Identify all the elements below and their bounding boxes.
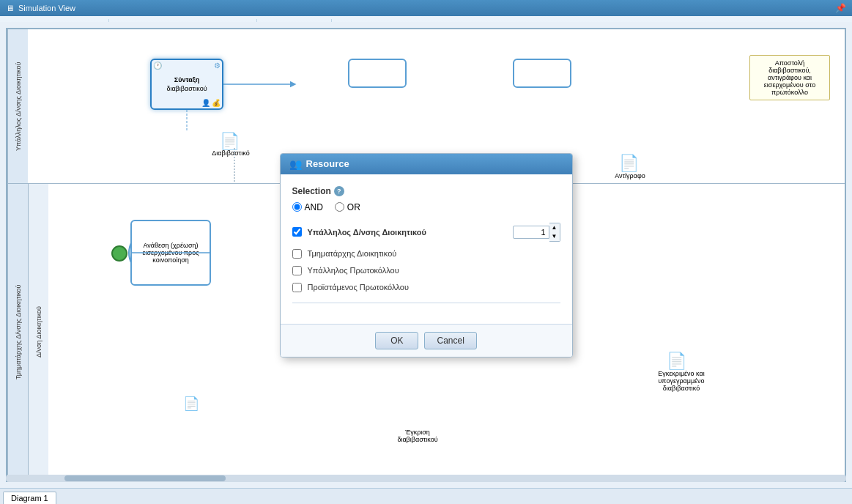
selection-help-icon[interactable]: ? [334,186,344,196]
ok-button[interactable]: OK [375,332,418,349]
dialog-header: 👥 Resource [281,154,572,174]
selection-section-label: Selection ? [292,186,560,196]
dialog-header-icon: 👥 [289,158,302,170]
radio-or[interactable]: OR [335,202,360,212]
radio-or-input[interactable] [335,202,344,212]
radio-and-input[interactable] [292,202,302,212]
resource-row-1: Υπάλληλος Δ/νσης Διοικητικού ▲ ▼ [292,221,560,243]
dialog-footer: OK Cancel [281,324,572,357]
resource-row-3: Υπάλληλος Πρωτοκόλλου [292,264,560,277]
dialog-overlay: 👥 Resource Selection ? AND [7,29,845,481]
cancel-button[interactable]: Cancel [424,332,476,349]
resource-check-2[interactable] [292,249,302,259]
quantity-spinners-1: ▲ ▼ [549,223,560,242]
qty-down-1[interactable]: ▼ [549,232,560,241]
radio-group: AND OR [292,202,560,212]
bottom-bar: Diagram 1 [0,488,852,504]
quantity-input-1[interactable]: ▲ ▼ [513,223,560,242]
resource-row-2: Τμηματάρχης Διοικητικού [292,248,560,260]
dialog-body: Selection ? AND OR [281,174,572,324]
radio-and-label: AND [305,202,323,212]
resource-dialog: 👥 Resource Selection ? AND [280,153,573,357]
canvas-area: Υπάλληλος Δ/νσης Διοικητικού Τμηματάρχης… [0,22,852,488]
ribbon-title-text: Simulation View [18,4,75,12]
radio-or-label: OR [347,202,360,212]
resource-row-4: Προϊστάμενος Πρωτοκόλλου [292,281,560,294]
resource-label-1: Υπάλληλος Δ/νσης Διοικητικού [308,228,426,237]
dialog-divider [292,303,560,303]
qty-up-1[interactable]: ▲ [549,223,560,232]
resource-check-3[interactable] [292,266,302,275]
resource-label-2: Τμηματάρχης Διοικητικού [308,249,397,258]
diagram-tab-label: Diagram 1 [11,494,48,503]
ribbon-title: 🖥 Simulation View 📌 [0,0,852,16]
resource-check-1[interactable] [292,227,302,237]
ribbon-pin-icon: 📌 [835,3,846,13]
resource-label-3: Υπάλληλος Πρωτοκόλλου [308,266,399,275]
ribbon-title-icon: 🖥 [6,4,14,12]
swim-lane-container: Υπάλληλος Δ/νσης Διοικητικού Τμηματάρχης… [6,28,846,482]
diagram-tab[interactable]: Diagram 1 [3,492,56,504]
radio-and[interactable]: AND [292,202,323,212]
quantity-field-1[interactable] [513,226,549,239]
resource-check-4[interactable] [292,283,302,292]
resource-label-4: Προϊστάμενος Πρωτοκόλλου [308,283,410,292]
dialog-title: Resource [306,158,349,169]
